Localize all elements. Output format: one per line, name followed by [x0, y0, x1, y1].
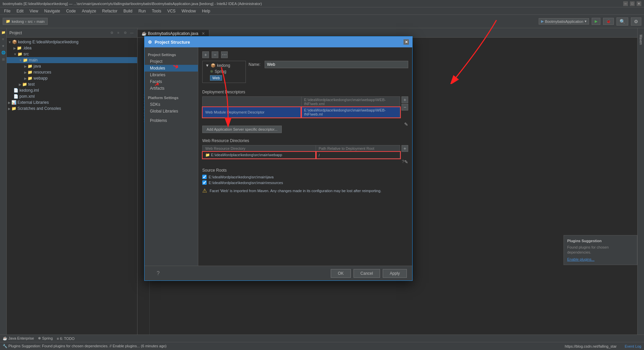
add-module-button[interactable]: + [202, 51, 209, 58]
tree-item-external-libs[interactable]: ▶ 📊 External Libraries [7, 99, 137, 105]
warning-row: ⚠ Facet 'Web' is imported from Maven. An… [202, 187, 408, 194]
tab-close-icon[interactable]: ✕ [202, 31, 205, 36]
wrd-row-0[interactable]: 📁 E:\ideaWordplace\kedong\src\main\webap… [203, 152, 400, 159]
minimize-button[interactable]: ─ [623, 1, 628, 6]
dd-add-button[interactable]: + [401, 96, 408, 103]
dd-table-header-row: E:\ideaWordplace\kedong\src\main\webapp\… [203, 97, 400, 107]
dialog-nav-tree: Project Settings Project Modules Librari… [145, 50, 198, 125]
menu-help[interactable]: Help [199, 8, 213, 14]
module-web[interactable]: Web [205, 75, 243, 81]
name-label: Name: [249, 62, 262, 67]
favorites-icon[interactable]: ★ [1, 43, 6, 48]
maven-icon[interactable]: Maven [638, 30, 644, 50]
nav-global-libraries[interactable]: Global Libraries [145, 108, 198, 115]
wrd-add-button[interactable]: + [401, 145, 408, 152]
settings-button[interactable]: ⚙ [631, 17, 641, 26]
blog-link[interactable]: https://blog.csdn.net/falling_star [565, 344, 617, 348]
remove-module-button[interactable]: − [212, 51, 218, 58]
module-kedong[interactable]: ▼ 📦 kedong [205, 62, 243, 69]
dialog-body: Project Settings Project Modules Librari… [145, 47, 412, 266]
module-spring[interactable]: ❄ Spring [205, 69, 243, 75]
project-sync-icon[interactable]: ⚙ [109, 30, 114, 36]
nav-libraries[interactable]: Libraries [145, 72, 198, 78]
dialog-apply-button[interactable]: Apply [383, 269, 407, 278]
source-root-resources-checkbox[interactable] [202, 180, 207, 185]
name-row: Name: [249, 61, 408, 68]
event-log-label[interactable]: Event Log [625, 344, 641, 348]
menu-build[interactable]: Build [121, 8, 135, 14]
source-root-java-checkbox[interactable] [202, 175, 207, 179]
name-input[interactable] [265, 61, 408, 68]
menu-code[interactable]: Code [63, 8, 78, 14]
web-resource-directories-section: Web Resource Directories Web Resource Di… [202, 138, 408, 164]
structure-icon[interactable]: ≡ [1, 36, 6, 42]
menu-window[interactable]: Window [179, 8, 199, 14]
menu-view[interactable]: View [27, 8, 41, 14]
tree-item-pom-xml[interactable]: 📄 pom.xml [7, 93, 137, 99]
menu-edit[interactable]: Edit [14, 8, 26, 14]
close-button[interactable]: ✕ [637, 1, 641, 6]
maximize-button[interactable]: □ [630, 1, 635, 6]
wrd-edit-icon[interactable]: ✎ [404, 159, 408, 165]
dd-cell-path: E:\ideaWordplace\kedong\src\main\webapp\… [301, 107, 400, 118]
todo-label: ≡ 6: TODO [57, 337, 74, 341]
tree-item-java[interactable]: ▶ 📁 java [7, 63, 137, 69]
menu-refactor[interactable]: Refactor [100, 8, 120, 14]
folder-icon: 📁 [205, 153, 210, 157]
dialog-footer: ? OK Cancel Apply [145, 266, 412, 280]
module-kedong-icon: 📦 [211, 63, 216, 68]
more-module-button[interactable]: ⋯ [221, 51, 228, 58]
tree-item-main[interactable]: ▼ 📁 main [7, 57, 137, 63]
debug-button[interactable]: 🐞 [603, 18, 614, 25]
tree-item-resources[interactable]: ▶ 📁 resources [7, 69, 137, 75]
enable-plugins-link[interactable]: Enable plugins... [567, 257, 594, 261]
wrd-table-header-row: Web Resource Directory Path Relative to … [203, 145, 400, 152]
menu-tools[interactable]: Tools [149, 8, 164, 14]
project-breadcrumb[interactable]: 📁 kedong › src › main [3, 18, 48, 25]
dd-row-0[interactable]: Web Module Deployment Descriptor E:\idea… [203, 107, 400, 118]
menu-navigate[interactable]: Navigate [42, 8, 63, 14]
nav-artifacts[interactable]: Artifacts [145, 85, 198, 92]
nav-facets[interactable]: Facets [145, 78, 198, 85]
web-icon[interactable]: 🌐 [1, 50, 6, 55]
module-spring-icon: ❄ [210, 69, 213, 74]
nav-modules[interactable]: Modules [145, 65, 198, 72]
dialog-cancel-button[interactable]: Cancel [354, 269, 380, 278]
project-settings-icon[interactable]: ⚙ [122, 30, 128, 36]
add-server-btn-container: Add Application Server specific descript… [202, 123, 408, 136]
structure2-icon[interactable]: ⊞ [1, 56, 6, 62]
tree-item-scratches[interactable]: ▶ 📁 Scratches and Consoles [7, 105, 137, 112]
tree-item-kedong[interactable]: ▼ 📦 kedong E:\ideaWordplace\kedong [7, 39, 137, 45]
dd-edit-icon[interactable]: ✎ [404, 122, 408, 127]
dd-table-container: E:\ideaWordplace\kedong\src\main\webapp\… [202, 96, 400, 120]
tree-item-idea[interactable]: ▶ 📁 .idea [7, 45, 137, 51]
dd-table: E:\ideaWordplace\kedong\src\main\webapp\… [202, 96, 400, 118]
menu-run[interactable]: Run [136, 8, 149, 14]
project-filter-icon[interactable]: ≡ [116, 30, 121, 36]
status-bar: ☕ Java Enterprise ❄ Spring ≡ 6: TODO [0, 335, 644, 342]
project-icon[interactable]: 📁 [1, 30, 6, 35]
nav-sdks[interactable]: SDKs [145, 101, 198, 108]
tree-item-src[interactable]: ▼ 📁 src [7, 51, 137, 57]
toolbar: 📁 kedong › src › main ▶ BootmybatisAppli… [0, 15, 644, 28]
tree-item-test[interactable]: ▶ 📁 test [7, 81, 137, 87]
tree-item-webapp[interactable]: ▶ 📁 webapp [7, 75, 137, 81]
dialog-close-button[interactable]: ✕ [404, 39, 409, 45]
search-everywhere-button[interactable]: 🔍 [616, 17, 628, 26]
module-web-label[interactable]: Web [210, 75, 222, 81]
title-bar-controls: ─ □ ✕ [623, 1, 641, 6]
tree-item-kedong-iml[interactable]: 📄 kedong.iml [7, 87, 137, 93]
dialog-help-button[interactable]: ? [150, 269, 166, 278]
add-server-descriptor-button[interactable]: Add Application Server specific descript… [202, 126, 282, 133]
nav-project[interactable]: Project [145, 58, 198, 65]
menu-analyze[interactable]: Analyze [79, 8, 99, 14]
dd-remove-button[interactable]: − [401, 104, 408, 111]
run-button[interactable]: ▶ [592, 18, 600, 25]
dialog-ok-button[interactable]: OK [331, 269, 351, 278]
run-config-selector[interactable]: ▶ BootmybatisApplication ▾ [539, 18, 589, 25]
menu-vcs[interactable]: VCS [165, 8, 178, 14]
menu-file[interactable]: File [1, 8, 13, 14]
project-hide-icon[interactable]: — [129, 30, 135, 36]
nav-problems[interactable]: Problems [145, 117, 198, 124]
wrd-help-icon[interactable]: ? [402, 159, 404, 164]
